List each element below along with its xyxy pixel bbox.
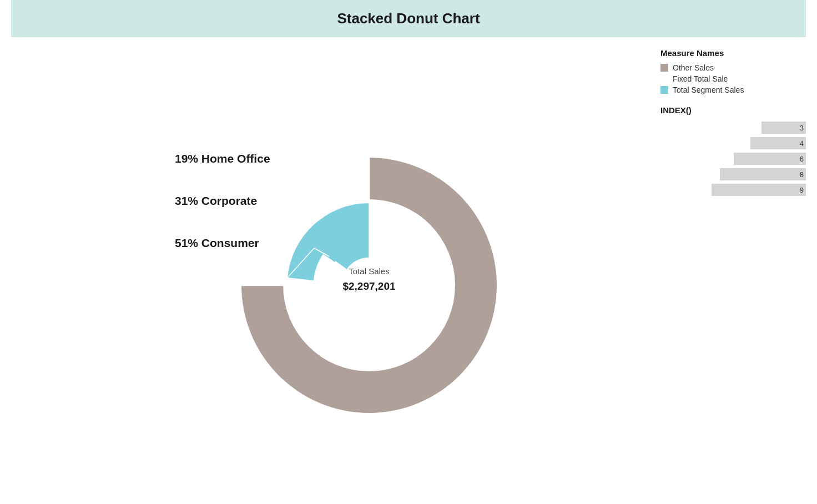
consumer-label: 51% Consumer [175, 236, 270, 250]
legend-item-fixed-total: Fixed Total Sale [660, 74, 806, 83]
index-title: INDEX() [660, 105, 806, 115]
index-bar-3: 3 [761, 122, 806, 134]
fixed-total-swatch [660, 75, 668, 83]
segment-sales-label: Total Segment Sales [673, 85, 744, 94]
index-bar-6: 6 [734, 153, 806, 165]
index-bar-label-3: 3 [800, 124, 804, 132]
legend-item-segment-sales: Total Segment Sales [660, 85, 806, 94]
index-bar-label-9: 9 [800, 186, 804, 194]
other-sales-label: Other Sales [673, 63, 714, 72]
legend-items: Other Sales Fixed Total Sale Total Segme… [660, 63, 806, 94]
fixed-total-label: Fixed Total Sale [673, 74, 728, 83]
index-bar-8: 8 [720, 168, 806, 180]
index-bar-row-6: 6 [734, 153, 806, 165]
center-total-label: Total Sales [349, 266, 389, 276]
index-bar-label-6: 6 [800, 155, 804, 163]
index-bar-9: 9 [712, 184, 806, 196]
index-bar-row-9: 9 [712, 184, 806, 196]
index-bar-row-8: 8 [720, 168, 806, 180]
center-total-value: $2,297,201 [342, 280, 396, 292]
legend-title: Measure Names [660, 48, 806, 58]
segment-sales-swatch [660, 86, 668, 94]
index-bar-label-4: 4 [800, 139, 804, 148]
page-title: Stacked Donut Chart [11, 10, 806, 27]
index-bar-row-4: 4 [750, 137, 806, 149]
chart-area: 19% Home Office 31% Corporate 51% Consum… [0, 37, 649, 502]
index-bars: 3 4 6 8 [660, 122, 806, 196]
title-bar: Stacked Donut Chart [11, 0, 806, 37]
corporate-label: 31% Corporate [175, 194, 270, 208]
legend-panel: Measure Names Other Sales Fixed Total Sa… [649, 37, 817, 502]
legend-item-other-sales: Other Sales [660, 63, 806, 72]
index-bar-label-8: 8 [800, 170, 804, 179]
index-bar-4: 4 [750, 137, 806, 149]
other-sales-swatch [660, 64, 668, 72]
donut-chart: Total Sales $2,297,201 [203, 97, 513, 452]
home-office-label: 19% Home Office [175, 152, 270, 165]
index-bar-row-3: 3 [761, 122, 806, 134]
